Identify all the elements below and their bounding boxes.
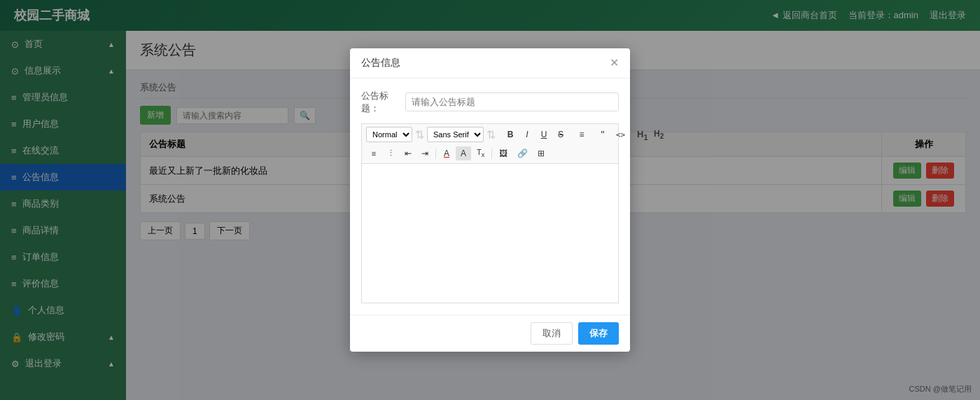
italic-button[interactable]: I — [519, 127, 535, 142]
unordered-list-button[interactable]: ⋮ — [383, 146, 399, 160]
bg-color-button[interactable]: A — [456, 146, 471, 160]
code-button[interactable]: <> — [612, 128, 627, 142]
ordered-list-button[interactable]: ≡ — [366, 147, 382, 160]
cancel-button[interactable]: 取消 — [531, 322, 573, 345]
link-button[interactable]: 🔗 — [513, 146, 532, 160]
justify-button[interactable]: ≡ — [574, 127, 589, 142]
rte-divider: ⇅ — [415, 128, 424, 142]
indent-more-button[interactable]: ⇥ — [417, 146, 433, 160]
form-label: 公告标题： — [361, 90, 400, 115]
rte-toolbar-row1: Normal ⇅ Sans Serif ⇅ B I U S ≡ " — [366, 127, 614, 144]
toolbar-divider — [491, 148, 492, 159]
modal-header: 公告信息 ✕ — [350, 48, 630, 78]
modal-body: 公告标题： Normal ⇅ Sans Serif ⇅ B I — [350, 78, 630, 315]
rte-divider: ⇅ — [486, 128, 496, 142]
indent-less-button[interactable]: ⇤ — [400, 146, 416, 160]
h2-button[interactable]: H2 — [650, 127, 665, 142]
strikethrough-button[interactable]: S — [553, 127, 568, 142]
announcement-modal: 公告信息 ✕ 公告标题： Normal ⇅ Sans Serif ⇅ — [350, 48, 630, 352]
toolbar-divider — [435, 148, 436, 159]
modal-close-button[interactable]: ✕ — [610, 57, 619, 69]
image-button[interactable]: 🖼 — [495, 146, 512, 160]
modal-title: 公告信息 — [361, 57, 400, 69]
bold-button[interactable]: B — [503, 127, 518, 142]
save-button[interactable]: 保存 — [578, 322, 619, 345]
rte-toolbar: Normal ⇅ Sans Serif ⇅ B I U S ≡ " — [361, 123, 619, 164]
table-button[interactable]: ⊞ — [533, 146, 549, 160]
modal-overlay[interactable]: 公告信息 ✕ 公告标题： Normal ⇅ Sans Serif ⇅ — [0, 0, 980, 400]
h1-button[interactable]: H1 — [633, 127, 648, 144]
rte-toolbar-row2: ≡ ⋮ ⇤ ⇥ A A Tx 🖼 🔗 ⊞ — [366, 146, 614, 160]
font-color-button[interactable]: A — [439, 146, 454, 160]
quote-button[interactable]: " — [595, 127, 610, 142]
font-select[interactable]: Sans Serif — [427, 127, 484, 142]
rte-editor[interactable] — [361, 163, 619, 303]
clear-format-button[interactable]: Tx — [472, 146, 489, 160]
title-input[interactable] — [405, 92, 619, 111]
modal-footer: 取消 保存 — [350, 315, 630, 352]
form-title-row: 公告标题： — [361, 90, 619, 115]
underline-button[interactable]: U — [536, 127, 552, 142]
style-select[interactable]: Normal — [366, 127, 412, 142]
